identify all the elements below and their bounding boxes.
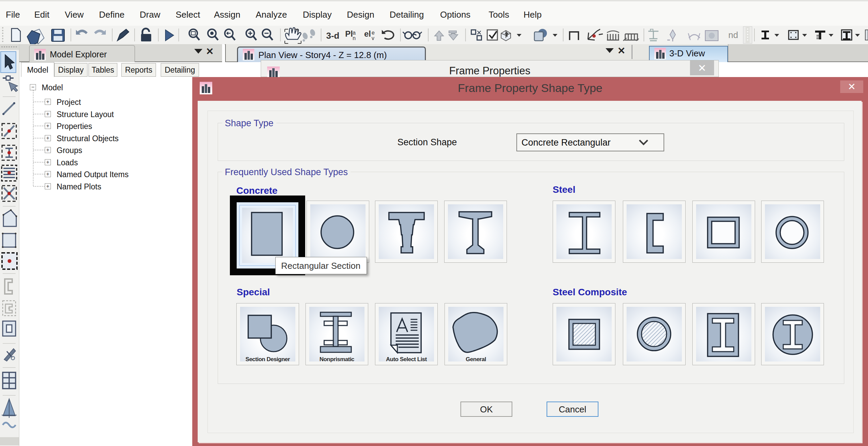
svg-text:Pl: Pl xyxy=(345,29,353,38)
svg-text:n: n xyxy=(353,35,356,41)
svg-text:el: el xyxy=(364,29,371,38)
svg-text:a: a xyxy=(353,30,356,36)
svg-text:e: e xyxy=(372,30,375,36)
svg-text:3-d: 3-d xyxy=(326,31,339,41)
svg-text:nd: nd xyxy=(728,30,738,40)
svg-text:v: v xyxy=(372,35,374,41)
